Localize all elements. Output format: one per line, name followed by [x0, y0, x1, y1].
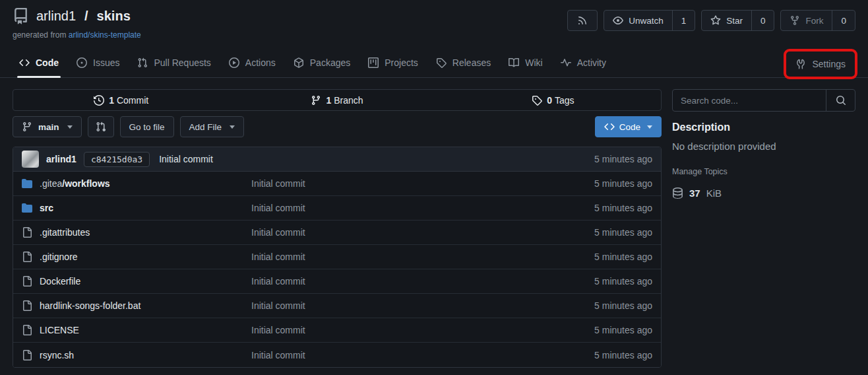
tags-count: 0 — [547, 95, 552, 106]
unwatch-button[interactable]: Unwatch — [604, 11, 672, 30]
forks-count[interactable]: 0 — [832, 11, 855, 30]
rss-feed-button[interactable] — [567, 10, 598, 31]
file-name: hardlink-songs-folder.bat — [40, 300, 140, 311]
eye-icon — [613, 15, 623, 26]
tab-activity[interactable]: Activity — [554, 48, 613, 77]
search-icon — [836, 95, 846, 106]
file-commit-message[interactable]: Initial commit — [251, 203, 594, 213]
watchers-count[interactable]: 1 — [672, 11, 695, 30]
code-search-box — [672, 89, 855, 112]
commit-age: 5 minutes ago — [594, 154, 652, 164]
repo-content: 1 Commit 1 Branch 0 Tags main — [0, 78, 868, 368]
settings-wrench-icon — [795, 59, 806, 69]
add-file-button[interactable]: Add File — [180, 116, 245, 137]
chevron-down-icon — [230, 125, 235, 129]
repo-title: arlind1 / skins — [13, 8, 141, 24]
commits-stat[interactable]: 1 Commit — [13, 90, 229, 110]
file-link[interactable]: Dockerfile — [22, 276, 251, 287]
dir-link[interactable]: src — [22, 203, 251, 213]
pulse-icon — [561, 57, 571, 68]
folder-icon — [22, 178, 32, 189]
file-name: rsync.sh — [40, 350, 74, 360]
table-row: LICENSE Initial commit 5 minutes ago — [13, 318, 661, 343]
fork-button[interactable]: Fork — [781, 11, 832, 30]
repo-size: 37 KiB — [672, 188, 855, 199]
file-age: 5 minutes ago — [594, 227, 652, 238]
tab-releases[interactable]: Releases — [429, 48, 497, 77]
file-icon — [22, 300, 32, 311]
tab-settings-label: Settings — [812, 59, 846, 69]
repo-owner-link[interactable]: arlind1 — [36, 9, 76, 24]
compare-button[interactable] — [88, 116, 114, 137]
tag-icon — [532, 95, 542, 106]
file-commit-message[interactable]: Initial commit — [251, 252, 594, 262]
file-commit-message[interactable]: Initial commit — [251, 178, 594, 189]
code-icon — [604, 121, 615, 132]
file-link[interactable]: rsync.sh — [22, 350, 251, 360]
file-link[interactable]: LICENSE — [22, 325, 251, 335]
tab-packages[interactable]: Packages — [287, 48, 357, 77]
template-repo-link[interactable]: arlind/skins-template — [69, 30, 141, 40]
commit-message-link[interactable]: Initial commit — [159, 154, 213, 164]
repo-sidebar: Description No description provided Mana… — [672, 89, 855, 199]
file-age: 5 minutes ago — [594, 350, 652, 360]
code-icon — [19, 57, 30, 68]
fork-label: Fork — [805, 16, 823, 26]
tab-issues-label: Issues — [93, 57, 119, 68]
folder-icon — [22, 203, 32, 213]
file-commit-message[interactable]: Initial commit — [251, 350, 594, 360]
file-age: 5 minutes ago — [594, 300, 652, 311]
branches-label: Branch — [334, 95, 363, 106]
file-age: 5 minutes ago — [594, 325, 652, 335]
file-icon — [22, 350, 32, 360]
rss-icon — [577, 15, 588, 26]
tab-projects[interactable]: Projects — [361, 48, 425, 77]
star-button[interactable]: Star — [702, 11, 751, 30]
file-age: 5 minutes ago — [594, 276, 652, 287]
avatar[interactable] — [22, 151, 39, 168]
tab-pull-requests[interactable]: Pull Requests — [131, 48, 217, 77]
manage-topics-link[interactable]: Manage Topics — [672, 167, 855, 176]
go-to-file-button[interactable]: Go to file — [120, 116, 174, 137]
star-label: Star — [726, 16, 743, 26]
commit-author-link[interactable]: arlind1 — [46, 154, 77, 164]
tab-wiki[interactable]: Wiki — [502, 48, 549, 77]
commit-hash-link[interactable]: c84215d0a3 — [84, 152, 150, 167]
git-compare-icon — [96, 121, 106, 132]
dir-link[interactable]: .gitea/workflows — [22, 178, 251, 189]
file-commit-message[interactable]: Initial commit — [251, 325, 594, 335]
file-name: .gitignore — [40, 252, 78, 262]
tab-actions[interactable]: Actions — [222, 48, 282, 77]
chevron-down-icon — [647, 125, 652, 129]
branches-count: 1 — [326, 95, 331, 106]
file-link[interactable]: .gitignore — [22, 252, 251, 262]
repo-size-value: 37 — [689, 188, 700, 199]
tab-issues[interactable]: Issues — [70, 48, 126, 77]
repo-header: arlind1 / skins generated from arlind/sk… — [0, 0, 868, 40]
file-icon — [22, 325, 32, 335]
star-button-group: Star 0 — [701, 10, 774, 31]
file-commit-message[interactable]: Initial commit — [251, 300, 594, 311]
pull-request-icon — [137, 57, 148, 68]
commits-count: 1 — [109, 95, 114, 106]
search-input[interactable] — [673, 90, 826, 111]
search-button[interactable] — [826, 90, 855, 111]
table-row: Dockerfile Initial commit 5 minutes ago — [13, 269, 661, 294]
file-commit-message[interactable]: Initial commit — [251, 276, 594, 287]
stars-count[interactable]: 0 — [751, 11, 774, 30]
description-title: Description — [672, 121, 855, 133]
code-download-button[interactable]: Code — [595, 116, 662, 137]
tab-code[interactable]: Code — [13, 48, 65, 77]
repo-name-link[interactable]: skins — [97, 9, 131, 24]
tags-stat[interactable]: 0 Tags — [445, 90, 661, 110]
branches-stat[interactable]: 1 Branch — [229, 90, 445, 110]
branch-selector[interactable]: main — [13, 116, 82, 137]
gitea-repo-page: arlind1 / skins generated from arlind/sk… — [0, 0, 868, 375]
file-commit-message[interactable]: Initial commit — [251, 227, 594, 238]
file-age: 5 minutes ago — [594, 178, 652, 189]
package-icon — [294, 57, 304, 68]
fork-icon — [790, 15, 800, 26]
tab-settings[interactable]: Settings — [784, 49, 857, 79]
file-link[interactable]: hardlink-songs-folder.bat — [22, 300, 251, 311]
file-link[interactable]: .gitattributes — [22, 227, 251, 238]
